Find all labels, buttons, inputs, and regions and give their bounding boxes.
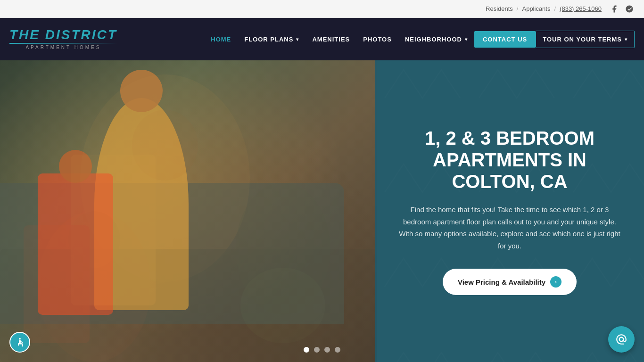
nav-item-contact: CONTACT US [474, 31, 536, 48]
facebook-icon[interactable] [609, 4, 619, 14]
tour-caret: ▾ [625, 37, 627, 42]
nav-item-floor-plans: FLOOR PLANS ▾ [238, 31, 305, 48]
accessibility-button[interactable] [9, 332, 30, 353]
nav-neighborhood-link[interactable]: NEIGHBORHOOD ▾ [398, 31, 474, 48]
residents-link[interactable]: Residents [486, 5, 513, 12]
nav-amenities-link[interactable]: AMENITIES [305, 31, 356, 48]
dot-3[interactable] [324, 347, 330, 353]
nav-links: HOME FLOOR PLANS ▾ AMENITIES PHOTOS NEIG… [204, 31, 635, 48]
hero-dots [304, 347, 340, 353]
sep-2: / [554, 5, 556, 12]
cta-label: View Pricing & Availability [458, 278, 545, 286]
dot-2[interactable] [314, 347, 320, 353]
nav-floor-plans-link[interactable]: FLOOR PLANS ▾ [238, 31, 305, 48]
applicants-link[interactable]: Applicants [522, 5, 550, 12]
hero-panel: 1, 2 & 3 BEDROOM APARTMENTS IN COLTON, C… [375, 60, 644, 362]
nav-tour-link[interactable]: TOUR ON YOUR TERMS ▾ [536, 31, 635, 48]
nav-item-tour: TOUR ON YOUR TERMS ▾ [536, 31, 635, 48]
logo-sub: APARTMENT HOMES [9, 45, 117, 50]
nav-item-neighborhood: NEIGHBORHOOD ▾ [398, 31, 474, 48]
logo-line [9, 43, 117, 44]
nav-item-home: HOME [204, 31, 238, 48]
nav-contact-link[interactable]: CONTACT US [474, 31, 536, 48]
svg-point-8 [240, 268, 325, 343]
yelp-icon[interactable] [624, 4, 635, 14]
nav-item-photos: PHOTOS [356, 31, 398, 48]
hero-section: 1, 2 & 3 BEDROOM APARTMENTS IN COLTON, C… [0, 60, 644, 362]
sep-1: / [517, 5, 519, 12]
svg-rect-7 [24, 225, 90, 343]
hero-photo [0, 60, 377, 362]
navbar: THE DISTRICT APARTMENT HOMES HOME FLOOR … [0, 18, 644, 60]
phone-link[interactable]: (833) 265-1060 [560, 5, 602, 12]
svg-point-9 [19, 338, 21, 340]
neighborhood-caret: ▾ [465, 37, 468, 42]
nav-photos-link[interactable]: PHOTOS [356, 31, 398, 48]
cta-arrow-icon: › [550, 276, 561, 288]
hero-description: Find the home that fits you! Take the ti… [399, 204, 620, 252]
social-icons [609, 4, 635, 14]
floor-plans-caret: ▾ [296, 37, 299, 42]
nav-home-link[interactable]: HOME [204, 31, 238, 48]
top-bar: Residents / Applicants / (833) 265-1060 [0, 0, 644, 18]
view-pricing-button[interactable]: View Pricing & Availability › [443, 269, 577, 295]
logo[interactable]: THE DISTRICT APARTMENT HOMES [9, 28, 117, 50]
dot-1[interactable] [304, 347, 309, 353]
chat-button[interactable] [608, 326, 635, 353]
logo-main: THE DISTRICT [9, 28, 117, 41]
dot-4[interactable] [335, 347, 340, 353]
hero-title: 1, 2 & 3 BEDROOM APARTMENTS IN COLTON, C… [399, 127, 620, 192]
nav-item-amenities: AMENITIES [305, 31, 356, 48]
